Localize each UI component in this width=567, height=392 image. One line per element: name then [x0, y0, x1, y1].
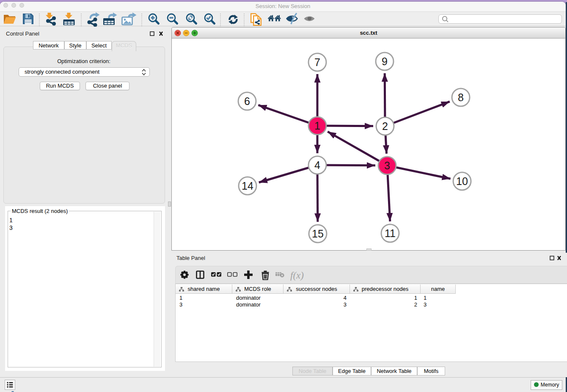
svg-text:11: 11 [385, 227, 396, 239]
svg-text:4: 4 [314, 159, 320, 171]
svg-text:7: 7 [314, 56, 320, 68]
svg-text:2: 2 [382, 120, 388, 132]
svg-text:8: 8 [458, 91, 464, 103]
svg-text:1: 1 [314, 120, 320, 132]
svg-text:10: 10 [456, 175, 468, 187]
svg-text:3: 3 [384, 160, 390, 171]
svg-text:9: 9 [382, 55, 388, 67]
svg-text:14: 14 [242, 180, 253, 192]
svg-text:6: 6 [244, 95, 250, 107]
svg-text:15: 15 [312, 228, 324, 240]
svg-text:f(x): f(x) [290, 270, 304, 281]
